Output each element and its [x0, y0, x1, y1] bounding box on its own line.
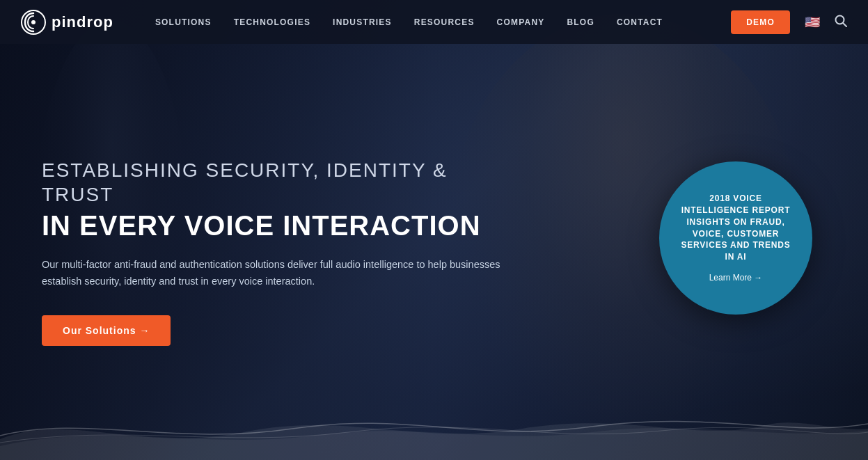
nav-item-resources[interactable]: RESOURCES — [414, 17, 475, 27]
circle-card-learn-more[interactable]: Learn More → — [709, 273, 763, 283]
nav-item-technologies[interactable]: TECHNOLOGIES — [234, 17, 310, 27]
svg-line-3 — [843, 23, 846, 26]
nav-item-blog[interactable]: BLOG — [567, 17, 594, 27]
logo[interactable]: pindrop — [21, 10, 113, 35]
hero-description: Our multi-factor anti-fraud and authenti… — [42, 257, 501, 290]
hero-cta-button[interactable]: Our Solutions → — [42, 315, 171, 346]
hero-eyebrow: ESTABLISHING SECURITY, IDENTITY & TRUST — [42, 158, 501, 207]
search-button[interactable] — [835, 15, 847, 29]
nav-item-company[interactable]: COMPANY — [497, 17, 545, 27]
svg-point-1 — [31, 20, 35, 24]
nav-links: SOLUTIONS TECHNOLOGIES INDUSTRIES RESOUR… — [155, 17, 731, 27]
language-flag[interactable]: 🇺🇸 — [803, 15, 822, 29]
hero-title: IN EVERY VOICE INTERACTION — [42, 209, 501, 241]
nav-item-industries[interactable]: INDUSTRIES — [333, 17, 392, 27]
nav-right: DEMO 🇺🇸 — [731, 10, 847, 34]
navbar: pindrop SOLUTIONS TECHNOLOGIES INDUSTRIE… — [0, 0, 868, 44]
hero-eyebrow-line2: TRUST — [42, 184, 113, 205]
search-icon — [835, 15, 847, 27]
logo-icon — [21, 10, 46, 35]
circle-card: 2018 VOICE INTELLIGENCE REPORT INSIGHTS … — [659, 161, 812, 315]
nav-item-contact[interactable]: CONTACT — [617, 17, 663, 27]
hero-section: pindrop SOLUTIONS TECHNOLOGIES INDUSTRIE… — [0, 0, 868, 460]
hero-eyebrow-line1: ESTABLISHING SECURITY, IDENTITY & — [42, 159, 448, 181]
demo-button[interactable]: DEMO — [731, 10, 790, 34]
nav-item-solutions[interactable]: SOLUTIONS — [155, 17, 212, 27]
circle-card-title: 2018 VOICE INTELLIGENCE REPORT INSIGHTS … — [679, 193, 793, 263]
hero-text-block: ESTABLISHING SECURITY, IDENTITY & TRUST … — [42, 158, 501, 346]
logo-text: pindrop — [52, 13, 113, 31]
